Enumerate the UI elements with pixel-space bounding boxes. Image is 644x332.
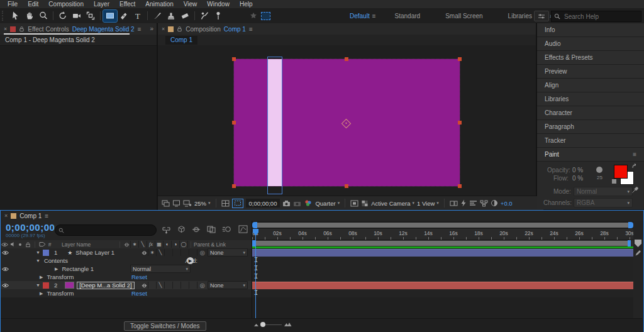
default-colors-icon[interactable] <box>611 179 617 184</box>
transform-reset-link[interactable]: Reset <box>131 274 147 280</box>
workspace-tab-default[interactable]: Default <box>350 13 370 19</box>
keyframe-ibeam[interactable]: I <box>254 273 258 280</box>
shy-toggle[interactable] <box>140 282 148 289</box>
track-row-contents[interactable]: I <box>252 257 633 265</box>
playhead-line[interactable] <box>255 235 256 326</box>
eye-icon[interactable] <box>1 283 9 288</box>
timeline-button-icon[interactable] <box>469 200 477 206</box>
work-area-region[interactable] <box>255 241 628 246</box>
quality-toggle[interactable]: ╲ <box>157 249 165 256</box>
expander-icon[interactable]: ▼ <box>36 258 40 263</box>
panel-overflow-chevron[interactable]: » <box>150 25 153 32</box>
comp-mini-flowchart-button[interactable] <box>162 226 171 234</box>
property-name[interactable]: Transform <box>47 290 74 297</box>
frame-blend-column-icon[interactable]: ▦ <box>155 241 164 248</box>
live-update-pen-icon[interactable] <box>635 250 641 257</box>
blend-mode-select[interactable]: Normal▾ <box>130 265 191 273</box>
clone-stamp-tool[interactable] <box>164 10 178 22</box>
property-row-transform-2[interactable]: ▶ Transform Reset <box>1 289 252 298</box>
menu-animation[interactable]: Animation <box>140 0 178 8</box>
layer-name[interactable]: [Deep M...a Solid 2] <box>77 282 134 289</box>
expander-icon[interactable]: ▼ <box>36 250 40 255</box>
menu-effect[interactable]: Effect <box>114 0 140 8</box>
tab-close-icon[interactable]: × <box>4 213 8 219</box>
snapshot-camera-icon[interactable] <box>282 200 291 207</box>
foreground-color-swatch[interactable] <box>614 165 628 179</box>
rotate-tool[interactable] <box>56 10 70 22</box>
panel-menu-icon[interactable]: ≡ <box>45 213 48 219</box>
sidebar-panel-preview[interactable]: Preview <box>537 65 644 79</box>
video-column-icon[interactable] <box>1 242 9 247</box>
sidebar-panel-paint[interactable]: Paint ≡ <box>537 148 644 162</box>
eye-icon[interactable] <box>1 267 9 272</box>
switch-cell[interactable] <box>148 282 157 289</box>
selection-handle[interactable] <box>458 184 462 188</box>
layer-name[interactable]: Shape Layer 1 <box>75 249 114 256</box>
time-navigator[interactable] <box>252 222 633 228</box>
magnification-dropdown[interactable]: 25%▾ <box>194 200 211 207</box>
selection-tool[interactable] <box>9 10 23 22</box>
expander-icon[interactable]: ▶ <box>40 275 43 280</box>
panel-menu-icon[interactable]: ≡ <box>138 26 142 33</box>
switch-cell[interactable] <box>181 282 189 289</box>
track-row-transform[interactable]: I <box>252 273 633 282</box>
track-row-solid[interactable] <box>252 281 633 290</box>
pixel-aspect-icon[interactable] <box>450 200 458 207</box>
work-area-end-handle[interactable] <box>628 240 631 246</box>
motion-blur-column-icon[interactable]: ◐ <box>164 241 172 248</box>
audio-column-icon[interactable] <box>9 241 16 247</box>
workspace-tab-libraries[interactable]: Libraries <box>508 13 532 19</box>
lock-column-icon[interactable] <box>24 241 32 248</box>
label-color-chip[interactable] <box>43 250 49 256</box>
sidebar-panel-audio[interactable]: Audio <box>537 37 644 51</box>
workspace-menu-icon[interactable]: ≡ <box>372 13 376 19</box>
sidebar-panel-paragraph[interactable]: Paragraph <box>537 120 644 134</box>
layer-row-deep-magenta-solid[interactable]: ▼ 2 [Deep M...a Solid 2] ╲ ◎ None▾ <box>1 281 252 290</box>
camera-tool[interactable] <box>70 10 84 22</box>
brush-preview-icon[interactable] <box>596 167 602 173</box>
solo-column-icon[interactable] <box>16 243 24 246</box>
resolution-dropdown[interactable]: Quarter▾ <box>315 200 340 207</box>
threed-column-icon[interactable]: ◯ <box>180 241 188 248</box>
brush-tool[interactable] <box>150 10 164 22</box>
track-row-transform-2[interactable]: I <box>252 289 633 298</box>
property-name[interactable]: Contents <box>44 257 68 264</box>
workspace-tab-small-screen[interactable]: Small Screen <box>445 13 482 19</box>
selection-handle[interactable] <box>345 57 348 61</box>
switch-cell[interactable] <box>189 249 197 256</box>
effect-controls-tab[interactable]: × Effect Controls Deep Magenta Solid 2 ≡… <box>0 23 157 35</box>
switch-cell[interactable] <box>173 249 181 256</box>
switch-cell[interactable] <box>181 249 189 256</box>
navigator-bar[interactable] <box>257 223 628 228</box>
selection-handle[interactable] <box>232 184 236 188</box>
rectangle-tool[interactable] <box>103 10 117 22</box>
comp-marker-bin-icon[interactable] <box>635 240 641 247</box>
main-monitor-icon[interactable] <box>172 200 180 207</box>
hand-tool[interactable] <box>23 10 36 22</box>
help-search-input[interactable] <box>563 13 635 21</box>
sidebar-panel-libraries[interactable]: Libraries <box>537 92 644 106</box>
selection-handle[interactable] <box>345 184 348 188</box>
transform-reset-link[interactable]: Reset <box>131 290 147 297</box>
paint-menu-icon[interactable]: ≡ <box>633 151 636 158</box>
roi-icon[interactable] <box>232 199 243 208</box>
menu-view[interactable]: View <box>179 0 203 8</box>
parent-pickwhip-icon[interactable]: ◎ <box>197 282 208 289</box>
pan-behind-tool[interactable] <box>84 10 97 22</box>
mode-select[interactable]: Normal▾ <box>574 187 633 196</box>
parent-pickwhip-icon[interactable]: ◎ <box>197 249 208 256</box>
timecode-display[interactable]: 0;00;00;00 <box>6 222 55 233</box>
expander-icon[interactable]: ▼ <box>36 283 40 287</box>
collapse-toggle[interactable]: ∗ <box>148 249 157 256</box>
parent-select[interactable]: None▾ <box>208 248 248 257</box>
index-column-header[interactable]: # <box>47 241 53 248</box>
workspace-settings-button[interactable] <box>534 11 549 21</box>
time-ruler[interactable]: 0s 02s 04s 06s 08s 10s 12s 14s 16s 18s 2… <box>252 229 633 240</box>
menu-composition[interactable]: Composition <box>43 0 89 8</box>
comp-flowchart-icon[interactable] <box>480 200 488 207</box>
sidebar-panel-tracker[interactable]: Tracker <box>537 134 644 148</box>
sidebar-panel-info[interactable]: Info <box>537 23 644 37</box>
eraser-tool[interactable] <box>178 10 192 22</box>
shy-column-icon[interactable] <box>123 241 131 248</box>
timeline-search-input[interactable] <box>67 226 145 235</box>
